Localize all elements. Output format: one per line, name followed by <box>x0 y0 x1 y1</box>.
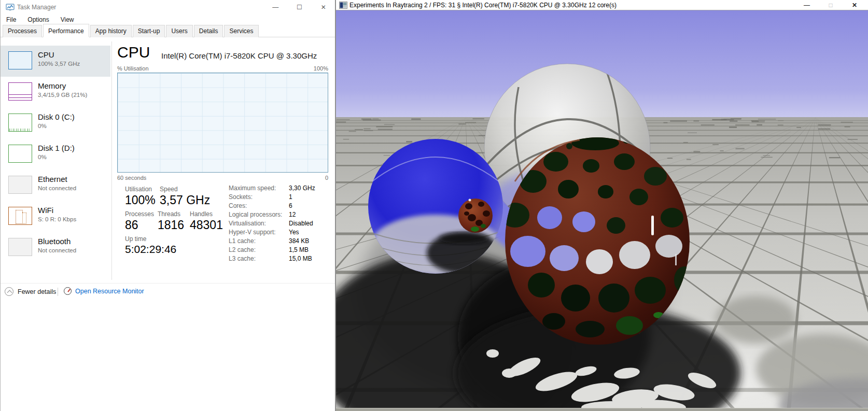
sidebar-item-sub: 3,4/15,9 GB (21%) <box>38 92 87 98</box>
chevron-up-circle-icon <box>5 287 13 296</box>
task-manager-tabbar: Processes Performance App history Start-… <box>1 25 335 37</box>
threads-label: Threads <box>158 210 180 218</box>
sidebar-item-sub: 0% <box>38 154 47 160</box>
specular-artifact <box>651 216 654 235</box>
open-resource-monitor-link[interactable]: Open Resource Monitor <box>64 287 144 295</box>
tab-services[interactable]: Services <box>224 25 258 37</box>
utilisation-label: Utilisation <box>125 186 152 193</box>
task-manager-titlebar[interactable]: Task Manager — ☐ ✕ <box>1 0 335 15</box>
fewer-details-button[interactable]: Fewer details <box>5 287 56 296</box>
memory-mini-graph <box>8 82 32 101</box>
footer-separator <box>1 283 335 284</box>
wifi-mini-graph <box>8 207 32 225</box>
resource-monitor-gauge-icon <box>64 287 72 295</box>
rt-maximize-button[interactable]: □ <box>823 2 838 9</box>
chart-y-max-label: 100% <box>291 65 328 72</box>
task-manager-menubar: File Options View <box>1 15 335 25</box>
ethernet-mini-graph <box>8 176 32 194</box>
disk0-mini-graph <box>8 114 32 132</box>
threads-value: 1816 <box>158 218 184 232</box>
uptime-label: Up time <box>125 235 146 243</box>
raytraced-scene <box>336 10 868 411</box>
sidebar-item-disk1[interactable]: Disk 1 (D:) 0% <box>1 139 110 170</box>
sockets-value: 1 <box>289 193 292 201</box>
sidebar-item-label: Bluetooth <box>38 237 71 246</box>
raytraced-scene-viewport <box>336 10 868 411</box>
cpu-mini-graph <box>8 51 32 69</box>
cpu-model-subtitle: Intel(R) Core(TM) i7-5820K CPU @ 3.30GHz <box>161 51 317 60</box>
cores-value: 6 <box>289 202 292 209</box>
rt-close-button[interactable]: ✕ <box>847 2 862 9</box>
hyperv-label: Hyper-V support: <box>229 229 276 236</box>
chart-x-right-label: 0 <box>291 175 328 181</box>
sidebar-item-wifi[interactable]: WiFi S: 0 R: 0 Kbps <box>1 201 110 232</box>
task-manager-app-icon <box>6 3 15 11</box>
l1-cache-label: L1 cache: <box>229 237 256 245</box>
tm-minimize-button[interactable]: — <box>263 0 287 15</box>
sidebar-divider <box>111 41 112 280</box>
raytracer-title: Experiments In Raytracing 2 / FPS: 31 § … <box>349 2 617 9</box>
tab-details[interactable]: Details <box>194 25 223 37</box>
blue-reflective-sphere <box>368 139 503 275</box>
menu-options[interactable]: Options <box>22 15 54 25</box>
raytracer-titlebar[interactable]: Experiments In Raytracing 2 / FPS: 31 § … <box>336 0 868 10</box>
sidebar-item-label: Memory <box>38 81 66 90</box>
small-perforated-sphere-reflection <box>458 199 493 233</box>
tab-performance[interactable]: Performance <box>43 24 89 37</box>
l3-cache-value: 15,0 MB <box>289 255 312 262</box>
sidebar-item-sub: Not connected <box>38 185 76 191</box>
cores-label: Cores: <box>229 202 247 209</box>
virtualisation-value: Disabled <box>289 220 313 227</box>
l2-cache-label: L2 cache: <box>229 246 256 253</box>
tab-processes[interactable]: Processes <box>3 25 42 37</box>
menu-file[interactable]: File <box>1 15 22 25</box>
tm-close-button[interactable]: ✕ <box>312 0 335 15</box>
task-manager-footer: Fewer details Open Resource Monitor <box>1 284 335 302</box>
max-speed-label: Maximum speed: <box>229 185 276 192</box>
logical-processors-label: Logical processors: <box>229 211 282 218</box>
sidebar-item-memory[interactable]: Memory 3,4/15,9 GB (21%) <box>1 77 110 108</box>
hyperv-value: Yes <box>289 229 299 236</box>
raytracer-window: Experiments In Raytracing 2 / FPS: 31 § … <box>335 0 868 411</box>
open-resource-monitor-label: Open Resource Monitor <box>75 288 144 295</box>
chart-y-label: % Utilisation <box>117 65 149 72</box>
sidebar-item-ethernet[interactable]: Ethernet Not connected <box>1 170 110 201</box>
disk1-mini-graph <box>8 145 32 163</box>
cpu-utilisation-chart[interactable] <box>117 73 328 173</box>
rt-minimize-button[interactable]: — <box>799 2 815 9</box>
tm-maximize-button[interactable]: ☐ <box>287 0 311 15</box>
sidebar-item-disk0[interactable]: Disk 0 (C:) 0% <box>1 108 110 139</box>
tab-app-history[interactable]: App history <box>90 25 132 37</box>
tab-startup[interactable]: Start-up <box>133 25 165 37</box>
sidebar-item-sub: S: 0 R: 0 Kbps <box>38 216 76 222</box>
footer-divider <box>58 288 58 296</box>
chart-x-left-label: 60 seconds <box>117 175 146 181</box>
sidebar-item-cpu[interactable]: CPU 100% 3,57 GHz <box>1 46 110 77</box>
sockets-label: Sockets: <box>229 193 253 201</box>
sidebar-item-label: Ethernet <box>38 175 67 183</box>
handles-value: 48301 <box>190 218 223 232</box>
bluetooth-mini-graph <box>8 238 32 256</box>
sidebar-item-label: WiFi <box>38 206 53 215</box>
sidebar-item-bluetooth[interactable]: Bluetooth Not connected <box>1 232 110 263</box>
speed-label: Speed <box>160 186 178 193</box>
task-manager-window: Task Manager — ☐ ✕ File Options View Pro… <box>0 0 335 411</box>
processes-value: 86 <box>125 218 138 232</box>
speed-value: 3,57 GHz <box>160 193 210 207</box>
uptime-value: 5:02:29:46 <box>125 243 176 256</box>
l3-cache-label: L3 cache: <box>229 255 256 262</box>
task-manager-title: Task Manager <box>17 4 56 11</box>
cpu-panel-heading: CPU <box>117 44 150 61</box>
processes-label: Processes <box>125 210 154 218</box>
sidebar-item-sub: 0% <box>38 123 47 129</box>
sidebar-item-label: Disk 0 (C:) <box>38 112 75 121</box>
sidebar-item-sub: 100% 3,57 GHz <box>38 61 80 67</box>
tab-users[interactable]: Users <box>166 25 192 37</box>
fewer-details-label: Fewer details <box>18 288 56 295</box>
window-bottom-strip <box>336 408 868 411</box>
menu-view[interactable]: View <box>55 15 80 25</box>
max-speed-value: 3,30 GHz <box>289 185 315 192</box>
l1-cache-value: 384 KB <box>289 237 309 245</box>
sidebar-item-label: Disk 1 (D:) <box>38 144 75 152</box>
sidebar-item-sub: Not connected <box>38 247 76 253</box>
